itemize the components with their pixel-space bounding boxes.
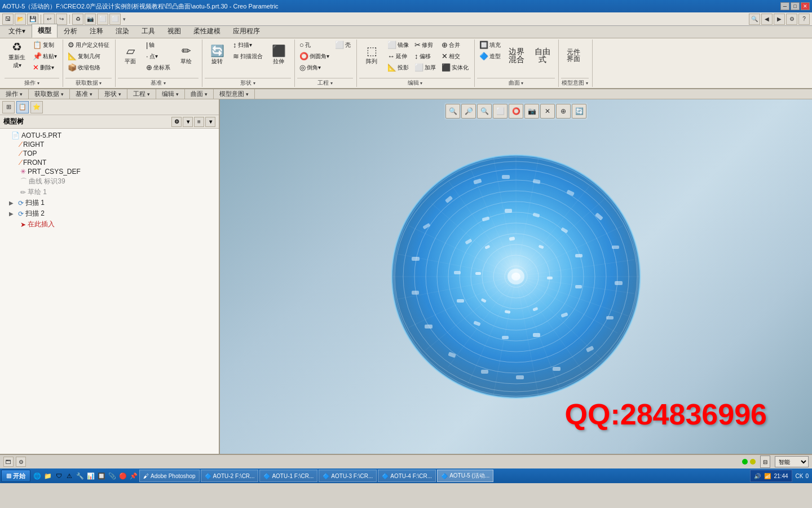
tree-item-curve[interactable]: ⌒ 曲线 标识39 [0,176,219,187]
plane-btn[interactable]: ▱ 平面 [118,40,143,71]
mirror-btn[interactable]: ⬜ 镜像 [385,40,411,50]
tab-file[interactable]: 文件▾ [2,24,32,38]
delete-btn[interactable]: ✕ 删除▾ [30,62,59,73]
project-btn[interactable]: 📐 投影 [385,62,411,73]
freeform-btn[interactable]: 自由式 [530,40,555,71]
taskbar-aotu3[interactable]: 🔷 AOTU-3 F:\CR... [319,470,377,482]
quicklaunch-misc8[interactable]: 📌 [129,471,138,480]
paste-btn[interactable]: 📌 粘贴▾ [30,51,59,62]
tree-expand-btn[interactable]: ▾ [205,117,215,127]
status-settings-btn[interactable]: ⚙ [16,457,26,467]
view-analysis-btn[interactable]: 🔄 [572,104,586,119]
undo-button[interactable]: ↩ [43,14,55,25]
toolbar-customize[interactable]: ▾ [123,16,126,22]
view-rotate-btn[interactable]: ⭕ [509,104,523,119]
csys-btn[interactable]: ⊕ 坐标系 [144,62,173,73]
shrinkwrap-btn[interactable]: 📦 收缩包络 [65,62,112,73]
tree-menu-btn[interactable]: ≡ [194,117,204,127]
thicken-btn[interactable]: ⬜ 加厚 [412,62,438,73]
nav-back[interactable]: ◀ [761,14,773,25]
tree-item-root[interactable]: 📄 AOTU-5.PRT [0,131,219,140]
regenerate-btn[interactable]: ♻ 重新生成▾ [5,40,29,71]
sec-getdata[interactable]: 获取数据 ▾ [29,89,70,99]
close-button[interactable]: ✕ [801,2,810,10]
zoom-in-btn[interactable]: 🔎 [461,104,476,119]
sweep-blend-btn[interactable]: ≋ 扫描混合 [231,51,265,62]
copy-btn[interactable]: 📋 复制 [30,40,59,50]
extend-btn[interactable]: ↔ 延伸 [385,51,411,62]
help-button[interactable]: ? [798,14,810,25]
sweep-btn[interactable]: ↕ 扫描▾ [231,40,265,50]
hole-btn[interactable]: ○ 孔 [297,40,332,50]
boundary-blend-btn[interactable]: 边界混合 [504,40,529,71]
merge-btn[interactable]: ⊕ 合并 [439,40,471,50]
round-btn[interactable]: ⭕ 倒圆角▾ [297,51,332,62]
chamfer-btn[interactable]: ◎ 倒角▾ [297,62,332,73]
restore-button[interactable]: □ [791,2,800,10]
tab-annotation[interactable]: 注释 [83,24,109,38]
more-button[interactable]: ⬜ [109,14,121,25]
new-button[interactable]: 🖫 [2,14,14,25]
view-toggle-3[interactable]: ⭐ [30,101,43,113]
copy-geom-btn[interactable]: 📐 复制几何 [65,51,112,62]
minimize-button[interactable]: ─ [780,2,789,10]
shell-btn[interactable]: ⬜ 壳 [333,40,353,50]
view-options-btn[interactable]: ⊕ [556,104,571,119]
tab-analysis[interactable]: 分析 [58,24,83,38]
surface-group-label[interactable]: 曲面 ▾ [477,78,555,87]
sec-edit[interactable]: 编辑 ▾ [156,89,185,99]
quicklaunch-misc4[interactable]: 📊 [86,471,95,480]
zoom-out-btn[interactable]: 🔍 [477,104,492,119]
quicklaunch-misc2[interactable]: ⚠ [65,471,74,480]
view-toggle-1[interactable]: ⊞ [2,101,15,113]
fill-btn[interactable]: 🔲 填充 [477,40,503,50]
tree-item-sweep2[interactable]: ▶ ⟳ 扫描 2 [0,208,219,219]
taskbar-aotu1[interactable]: 🔷 AOTU-1 F:\CR... [259,470,317,482]
status-view-btn[interactable]: 🗔 [3,457,14,467]
tab-view[interactable]: 视图 [161,24,187,38]
view-button[interactable]: 📷 [85,14,96,25]
search-button[interactable]: 🔍 [749,14,760,25]
view-saved-btn[interactable]: 📷 [524,104,539,119]
tab-flexible[interactable]: 柔性建模 [187,24,227,38]
pattern-btn[interactable]: ⬚ 阵列 [359,40,384,71]
taskbar-aotu4[interactable]: 🔷 AOTU-4 F:\CR... [378,470,436,482]
sec-engineering[interactable]: 工程 ▾ [127,89,156,99]
save-button[interactable]: 💾 [27,14,38,25]
quicklaunch-ie[interactable]: 🌐 [33,471,42,480]
tree-item-insert[interactable]: ➤ 在此插入 [0,219,219,230]
tree-item-top[interactable]: ∕ TOP [0,149,219,158]
tree-item-right[interactable]: ∕ RIGHT [0,140,219,149]
extrude-btn[interactable]: ⬛ 拉伸 [266,40,291,71]
engineering-group-label[interactable]: 工程 ▾ [297,78,353,87]
taskbar-photoshop[interactable]: 🖌 Adobe Photoshop [139,470,200,482]
point-btn[interactable]: · 点▾ [144,51,173,62]
redo-button[interactable]: ↪ [56,14,67,25]
quicklaunch-folder[interactable]: 📁 [43,471,52,480]
taskbar-aotu2[interactable]: 🔷 AOTU-2 F:\CR... [201,470,259,482]
quicklaunch-misc1[interactable]: 🛡 [54,471,63,480]
trim-btn[interactable]: ✂ 修剪 [412,40,438,50]
intent-group-label[interactable]: 模型意图 ▾ [561,78,589,87]
start-button[interactable]: ⊞ 开始 [1,470,30,482]
quicklaunch-misc7[interactable]: 🔴 [118,471,127,480]
tree-item-sketch1[interactable]: ✏ 草绘 1 [0,187,219,198]
tab-apps[interactable]: 应用程序 [227,24,266,38]
intersect-btn[interactable]: ✕ 相交 [439,51,471,62]
zoom-fit-btn[interactable]: 🔍 [445,104,460,119]
operations-group-label[interactable]: 操作 ▾ [5,78,59,87]
quicklaunch-misc3[interactable]: 🔧 [76,471,85,480]
settings-button[interactable]: ⚙ [786,14,797,25]
tree-item-front[interactable]: ∕ FRONT [0,158,219,167]
revolve-btn[interactable]: 🔄 旋转 [205,40,230,71]
offset-btn[interactable]: ↕ 偏移 [412,51,438,62]
tree-item-sweep1[interactable]: ▶ ⟳ 扫描 1 [0,198,219,208]
sec-datum[interactable]: 基准 ▾ [70,89,99,99]
tree-item-csys[interactable]: ✳ PRT_CSYS_DEF [0,167,219,176]
tab-render[interactable]: 渲染 [109,24,135,38]
viewport[interactable]: 🔍 🔎 🔍 ⬜ ⭕ 📷 ✕ ⊕ 🔄 [220,99,812,454]
view-refit-btn[interactable]: ⬜ [493,104,508,119]
appearance-button[interactable]: ⬜ [97,14,108,25]
axis-btn[interactable]: | 轴 [144,40,173,50]
edit-group-label[interactable]: 编辑 ▾ [359,78,471,87]
